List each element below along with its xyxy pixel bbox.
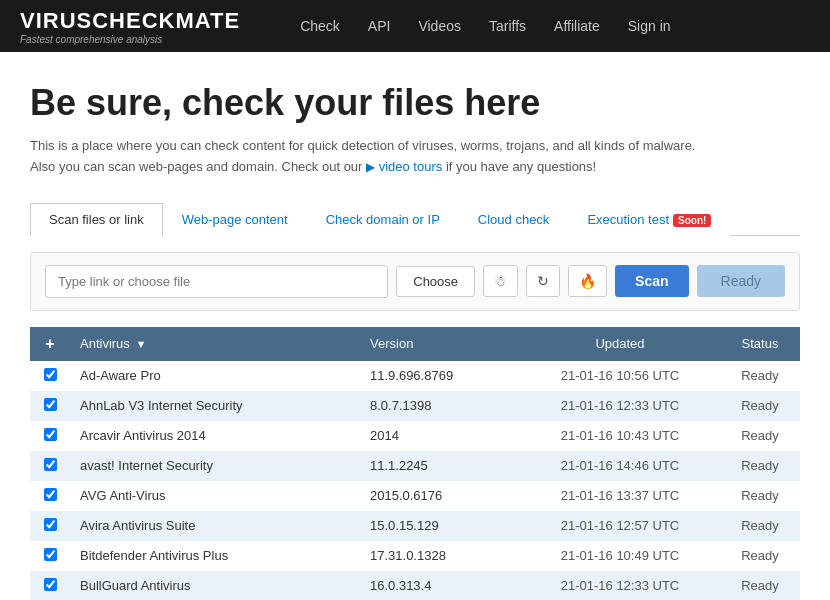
row-antivirus: Bitdefender Antivirus Plus xyxy=(70,541,360,571)
row-checkbox-cell[interactable] xyxy=(30,451,70,481)
tab-4[interactable]: Execution testSoon! xyxy=(568,203,730,236)
row-version: 16.0.313.4 xyxy=(360,571,520,600)
row-antivirus: BullGuard Antivirus xyxy=(70,571,360,600)
tab-0[interactable]: Scan files or link xyxy=(30,203,163,236)
row-antivirus: avast! Internet Security xyxy=(70,451,360,481)
nav-item-affiliate[interactable]: Affiliate xyxy=(554,18,600,34)
nav-item-videos[interactable]: Videos xyxy=(418,18,461,34)
tab-2[interactable]: Check domain or IP xyxy=(307,203,459,236)
row-status: Ready xyxy=(720,541,800,571)
row-status: Ready xyxy=(720,511,800,541)
row-checkbox-cell[interactable] xyxy=(30,541,70,571)
nav-item-check[interactable]: Check xyxy=(300,18,340,34)
table-row: Bitdefender Antivirus Plus 17.31.0.1328 … xyxy=(30,541,800,571)
row-checkbox-cell[interactable] xyxy=(30,421,70,451)
row-version: 17.31.0.1328 xyxy=(360,541,520,571)
row-antivirus: AhnLab V3 Internet Security xyxy=(70,391,360,421)
logo-text: VIRUSCHECKMATE xyxy=(20,8,240,34)
row-antivirus: Avira Antivirus Suite xyxy=(70,511,360,541)
row-updated: 21-01-16 12:33 UTC xyxy=(520,391,720,421)
table-header: + Antivirus ▼ Version Updated Status xyxy=(30,327,800,361)
antivirus-table-area: + Antivirus ▼ Version Updated Status Ad-… xyxy=(30,327,800,600)
main-nav: CheckAPIVideosTariffsAffiliateSign in xyxy=(300,18,670,34)
row-version: 15.0.15.129 xyxy=(360,511,520,541)
row-checkbox[interactable] xyxy=(44,398,57,411)
video-tours-link[interactable]: video tours xyxy=(379,159,443,174)
tab-1[interactable]: Web-page content xyxy=(163,203,307,236)
row-status: Ready xyxy=(720,571,800,600)
tab-3[interactable]: Cloud check xyxy=(459,203,569,236)
fire-icon[interactable]: 🔥 xyxy=(568,265,607,297)
row-updated: 21-01-16 10:49 UTC xyxy=(520,541,720,571)
row-checkbox[interactable] xyxy=(44,548,57,561)
row-checkbox[interactable] xyxy=(44,368,57,381)
row-version: 2014 xyxy=(360,421,520,451)
row-updated: 21-01-16 10:56 UTC xyxy=(520,361,720,391)
col-updated: Updated xyxy=(520,327,720,361)
hero-section: Be sure, check your files here This is a… xyxy=(0,52,830,188)
tab-bar: Scan files or linkWeb-page contentCheck … xyxy=(30,202,800,236)
add-all-icon[interactable]: + xyxy=(45,335,54,352)
row-version: 2015.0.6176 xyxy=(360,481,520,511)
row-status: Ready xyxy=(720,421,800,451)
row-version: 11.1.2245 xyxy=(360,451,520,481)
row-updated: 21-01-16 14:46 UTC xyxy=(520,451,720,481)
table-row: avast! Internet Security 11.1.2245 21-01… xyxy=(30,451,800,481)
antivirus-table: + Antivirus ▼ Version Updated Status Ad-… xyxy=(30,327,800,600)
soon-badge: Soon! xyxy=(673,214,711,227)
hero-description: This is a place where you can check cont… xyxy=(30,136,800,178)
scan-button[interactable]: Scan xyxy=(615,265,688,297)
row-checkbox[interactable] xyxy=(44,488,57,501)
table-body: Ad-Aware Pro 11.9.696.8769 21-01-16 10:5… xyxy=(30,361,800,600)
row-antivirus: Ad-Aware Pro xyxy=(70,361,360,391)
row-antivirus: AVG Anti-Virus xyxy=(70,481,360,511)
nav-item-api[interactable]: API xyxy=(368,18,391,34)
row-checkbox[interactable] xyxy=(44,428,57,441)
row-status: Ready xyxy=(720,361,800,391)
table-row: Arcavir Antivirus 2014 2014 21-01-16 10:… xyxy=(30,421,800,451)
table-row: BullGuard Antivirus 16.0.313.4 21-01-16 … xyxy=(30,571,800,600)
tabs-container: Scan files or linkWeb-page contentCheck … xyxy=(0,188,830,236)
logo: VIRUSCHECKMATE Fastest comprehensive ana… xyxy=(20,8,240,45)
row-checkbox-cell[interactable] xyxy=(30,391,70,421)
choose-button[interactable]: Choose xyxy=(396,266,475,297)
sort-icon[interactable]: ▼ xyxy=(135,338,146,350)
nav-item-sign-in[interactable]: Sign in xyxy=(628,18,671,34)
dropbox-icon[interactable]: ☃ xyxy=(483,265,518,297)
header: VIRUSCHECKMATE Fastest comprehensive ana… xyxy=(0,0,830,52)
ready-button[interactable]: Ready xyxy=(697,265,785,297)
page-title: Be sure, check your files here xyxy=(30,82,800,124)
row-checkbox[interactable] xyxy=(44,518,57,531)
row-status: Ready xyxy=(720,391,800,421)
row-antivirus: Arcavir Antivirus 2014 xyxy=(70,421,360,451)
row-checkbox-cell[interactable] xyxy=(30,511,70,541)
row-status: Ready xyxy=(720,451,800,481)
row-checkbox[interactable] xyxy=(44,458,57,471)
table-row: Ad-Aware Pro 11.9.696.8769 21-01-16 10:5… xyxy=(30,361,800,391)
col-plus[interactable]: + xyxy=(30,327,70,361)
row-updated: 21-01-16 13:37 UTC xyxy=(520,481,720,511)
col-version: Version xyxy=(360,327,520,361)
row-version: 11.9.696.8769 xyxy=(360,361,520,391)
search-input[interactable] xyxy=(45,265,388,298)
table-row: Avira Antivirus Suite 15.0.15.129 21-01-… xyxy=(30,511,800,541)
search-area: Choose ☃ ↻ 🔥 Scan Ready xyxy=(30,252,800,311)
row-checkbox[interactable] xyxy=(44,578,57,591)
row-status: Ready xyxy=(720,481,800,511)
row-version: 8.0.7.1398 xyxy=(360,391,520,421)
row-checkbox-cell[interactable] xyxy=(30,361,70,391)
logo-sub: Fastest comprehensive analysis xyxy=(20,34,240,45)
row-checkbox-cell[interactable] xyxy=(30,481,70,511)
col-status: Status xyxy=(720,327,800,361)
row-updated: 21-01-16 12:33 UTC xyxy=(520,571,720,600)
table-row: AVG Anti-Virus 2015.0.6176 21-01-16 13:3… xyxy=(30,481,800,511)
nav-item-tariffs[interactable]: Tariffs xyxy=(489,18,526,34)
row-updated: 21-01-16 10:43 UTC xyxy=(520,421,720,451)
row-updated: 21-01-16 12:57 UTC xyxy=(520,511,720,541)
col-antivirus: Antivirus ▼ xyxy=(70,327,360,361)
refresh-icon[interactable]: ↻ xyxy=(526,265,560,297)
row-checkbox-cell[interactable] xyxy=(30,571,70,600)
play-icon: ▶ xyxy=(366,160,375,174)
table-row: AhnLab V3 Internet Security 8.0.7.1398 2… xyxy=(30,391,800,421)
